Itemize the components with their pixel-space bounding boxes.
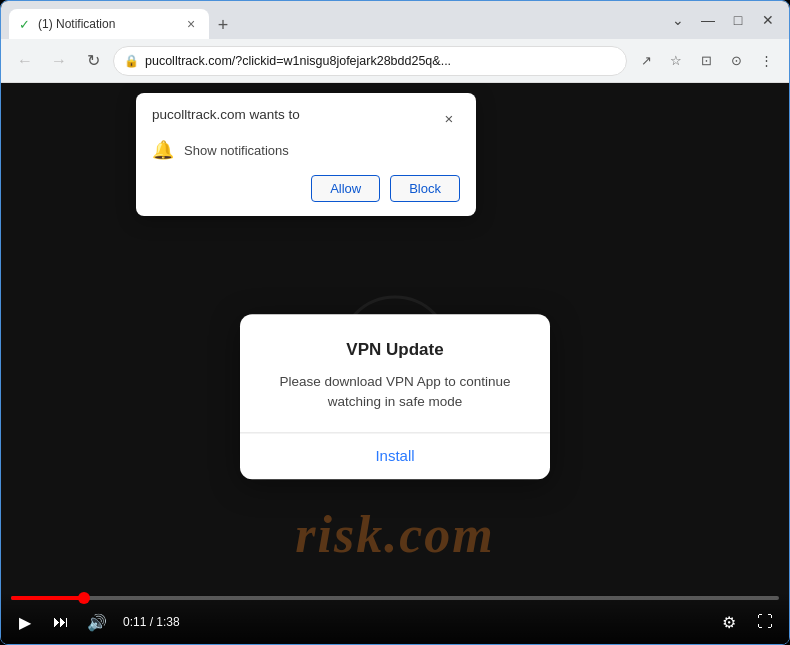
next-button[interactable]: ⏭ <box>47 608 75 636</box>
new-tab-button[interactable]: + <box>209 11 237 39</box>
tab-close-button[interactable]: × <box>183 16 199 32</box>
allow-button[interactable]: Allow <box>311 175 380 202</box>
active-tab[interactable]: ✓ (1) Notification × <box>9 9 209 39</box>
tab-title: (1) Notification <box>38 17 175 31</box>
block-button[interactable]: Block <box>390 175 460 202</box>
popup-buttons: Allow Block <box>152 175 460 202</box>
popup-header: pucolltrack.com wants to × <box>152 107 460 129</box>
address-bar: ← → ↻ 🔒 pucolltrack.com/?clickid=w1nisgu… <box>1 39 789 83</box>
play-button[interactable]: ▶ <box>11 608 39 636</box>
progress-dot <box>78 592 90 604</box>
lock-icon: 🔒 <box>124 54 139 68</box>
vpn-modal-footer: Install <box>240 433 550 479</box>
url-actions: ↗ ☆ ⊡ ⊙ ⋮ <box>633 48 779 74</box>
progress-fill <box>11 596 84 600</box>
notification-popup: pucolltrack.com wants to × 🔔 Show notifi… <box>136 93 476 216</box>
content-area: RISK .COM risk.com pucolltrack.com wants… <box>1 83 789 644</box>
extensions-button[interactable]: ⊡ <box>693 48 719 74</box>
video-background: RISK .COM risk.com pucolltrack.com wants… <box>1 83 789 644</box>
maximize-button[interactable]: □ <box>725 7 751 33</box>
tab-area: ✓ (1) Notification × + <box>9 1 661 39</box>
controls-row: ▶ ⏭ 🔊 0:11 / 1:38 ⚙ ⛶ <box>11 608 779 636</box>
popup-close-button[interactable]: × <box>438 107 460 129</box>
reload-button[interactable]: ↻ <box>79 47 107 75</box>
settings-button[interactable]: ⚙ <box>715 608 743 636</box>
watermark-text: risk.com <box>295 505 494 564</box>
url-text: pucolltrack.com/?clickid=w1nisgu8jofejar… <box>145 54 616 68</box>
volume-button[interactable]: 🔊 <box>83 608 111 636</box>
chrome-window: ✓ (1) Notification × + ⌄ — □ ✕ ← → ↻ 🔒 p… <box>0 0 790 645</box>
vpn-modal-text: Please download VPN App to continue watc… <box>264 372 526 413</box>
vpn-modal-title: VPN Update <box>264 340 526 360</box>
vpn-modal: VPN Update Please download VPN App to co… <box>240 314 550 480</box>
bookmark-button[interactable]: ☆ <box>663 48 689 74</box>
time-display: 0:11 / 1:38 <box>123 615 180 629</box>
video-controls: ▶ ⏭ 🔊 0:11 / 1:38 ⚙ ⛶ <box>1 592 789 644</box>
forward-button[interactable]: → <box>45 47 73 75</box>
minimize-button[interactable]: — <box>695 7 721 33</box>
bell-icon: 🔔 <box>152 139 174 161</box>
profile-button[interactable]: ⊙ <box>723 48 749 74</box>
permission-label: Show notifications <box>184 143 289 158</box>
url-box[interactable]: 🔒 pucolltrack.com/?clickid=w1nisgu8jofej… <box>113 46 627 76</box>
title-bar: ✓ (1) Notification × + ⌄ — □ ✕ <box>1 1 789 39</box>
vpn-modal-body: VPN Update Please download VPN App to co… <box>240 314 550 413</box>
progress-bar[interactable] <box>11 596 779 600</box>
popup-row: 🔔 Show notifications <box>152 139 460 161</box>
tab-favicon: ✓ <box>19 17 30 32</box>
share-button[interactable]: ↗ <box>633 48 659 74</box>
menu-button[interactable]: ⋮ <box>753 48 779 74</box>
fullscreen-button[interactable]: ⛶ <box>751 608 779 636</box>
close-button[interactable]: ✕ <box>755 7 781 33</box>
back-button[interactable]: ← <box>11 47 39 75</box>
window-controls: ⌄ — □ ✕ <box>665 7 781 33</box>
install-button[interactable]: Install <box>375 447 414 464</box>
chevron-down-button[interactable]: ⌄ <box>665 7 691 33</box>
popup-title: pucolltrack.com wants to <box>152 107 300 122</box>
